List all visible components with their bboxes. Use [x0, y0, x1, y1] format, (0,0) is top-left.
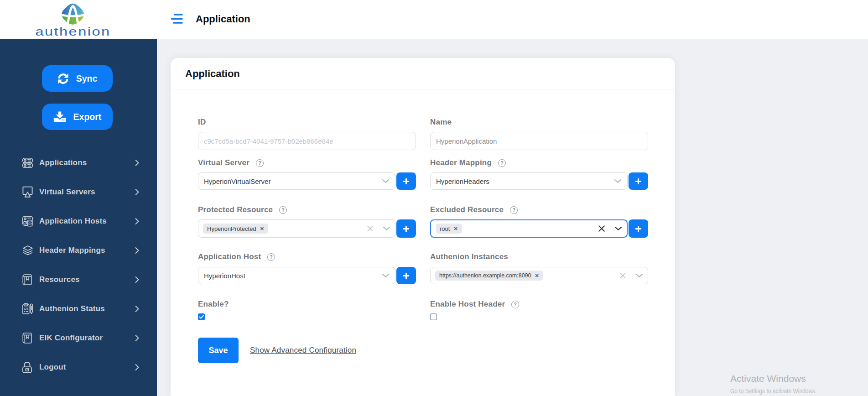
svg-text:authenion: authenion [36, 25, 110, 37]
